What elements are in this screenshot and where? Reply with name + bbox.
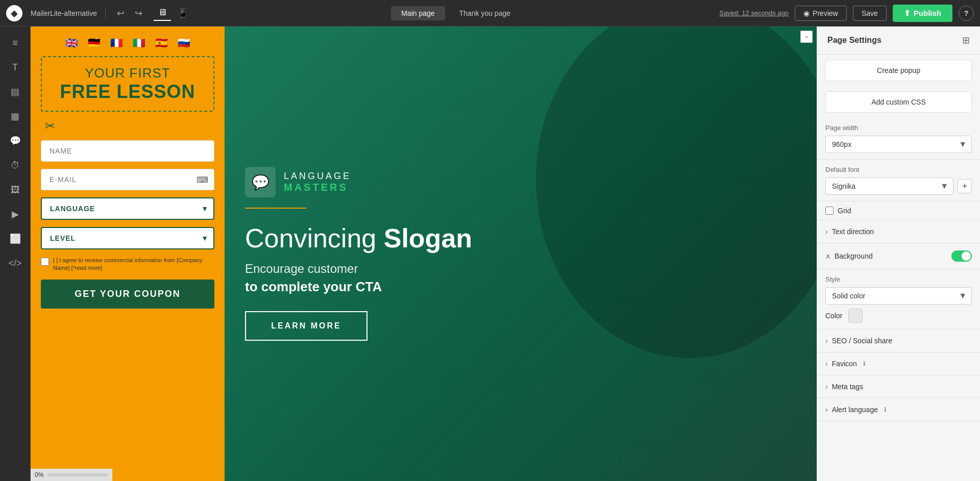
consent-text: [ ] I agree to receive commercial inform…: [53, 257, 214, 272]
default-font-section: Default font Signika ▼ +: [817, 160, 980, 201]
hero-logo-bottom: MASTERS: [284, 182, 351, 193]
progress-bar-container: 0%: [31, 469, 112, 481]
sidebar-image-icon[interactable]: 🖼: [5, 180, 26, 200]
topbar: ◆ MailerLite-alternative ↩ ↪ 🖥 📱 Main pa…: [0, 0, 980, 27]
sidebar-chat-icon[interactable]: 💬: [5, 131, 26, 151]
publish-icon: ⬆: [904, 9, 911, 18]
page-width-select-wrapper: 960px ▼: [825, 136, 972, 153]
meta-tags-row[interactable]: › Meta tags: [817, 375, 980, 398]
default-font-select[interactable]: Signika: [825, 178, 953, 195]
seo-social-row[interactable]: › SEO / Social share: [817, 330, 980, 352]
sidebar-rows-icon[interactable]: ▤: [5, 82, 26, 102]
alert-language-left: › Alert language ℹ: [825, 406, 887, 414]
seo-social-chevron-icon: ›: [825, 337, 828, 345]
site-name: MailerLite-alternative: [31, 9, 97, 17]
page-canvas: 🇬🇧 🇩🇪 🇫🇷 🇮🇹 🇪🇸 🇷🇺 YOUR FIRST FREE LESSON…: [31, 27, 817, 481]
email-input[interactable]: [41, 169, 214, 190]
learn-more-button[interactable]: LEARN MORE: [245, 311, 368, 341]
text-direction-label: Text direction: [832, 227, 874, 236]
background-toggle[interactable]: [951, 250, 972, 262]
add-custom-css-button[interactable]: Add custom CSS: [825, 91, 972, 113]
create-popup-button[interactable]: Create popup: [825, 60, 972, 81]
page-width-section: Page width 960px ▼: [817, 118, 980, 160]
text-direction-left: › Text direction: [825, 227, 874, 236]
sidebar-text-icon[interactable]: T: [5, 57, 26, 78]
favicon-label: Favicon: [832, 360, 857, 368]
meta-tags-left: › Meta tags: [825, 383, 863, 391]
canvas-content: 🇬🇧 🇩🇪 🇫🇷 🇮🇹 🇪🇸 🇷🇺 YOUR FIRST FREE LESSON…: [31, 27, 817, 481]
page-width-label: Page width: [825, 124, 972, 132]
redo-button[interactable]: ↪: [132, 6, 145, 21]
progress-bar: [47, 473, 108, 476]
help-button[interactable]: ?: [959, 6, 974, 21]
hero-slogan: Convincing Slogan: [245, 223, 796, 254]
background-left: ∧ Background: [825, 252, 873, 260]
sidebar-menu-icon[interactable]: ≡: [5, 33, 26, 53]
preview-button[interactable]: ◉ Preview: [795, 6, 847, 21]
hero-logo-top: LANGUAGE: [284, 171, 351, 182]
grid-checkbox-row: Grid: [825, 207, 851, 215]
undo-button[interactable]: ↩: [114, 6, 128, 21]
main-page-tab[interactable]: Main page: [391, 6, 445, 20]
collapse-panel-button[interactable]: −: [800, 31, 813, 43]
name-input-container: [41, 140, 214, 162]
meta-tags-chevron-icon: ›: [825, 383, 828, 391]
left-sidebar: ≡ T ▤ ▦ 💬 ⏱ 🖼 ▶ ⬜ </>: [0, 27, 31, 481]
topbar-actions: Saved: 12 seconds ago ◉ Preview Save ⬆ P…: [719, 5, 974, 22]
text-direction-row[interactable]: › Text direction: [817, 220, 980, 243]
email-input-container: ⌨: [41, 169, 214, 190]
favicon-row[interactable]: › Favicon ℹ: [817, 352, 980, 375]
canvas-area: 🇬🇧 🇩🇪 🇫🇷 🇮🇹 🇪🇸 🇷🇺 YOUR FIRST FREE LESSON…: [31, 27, 817, 481]
sidebar-video-icon[interactable]: ▶: [5, 204, 26, 224]
hero-cta-line: to complete your CTA: [245, 279, 796, 295]
language-select-container: LANGUAGE ▼: [41, 197, 214, 220]
email-icon: ⌨: [197, 175, 208, 185]
thank-you-page-tab[interactable]: Thank you page: [449, 6, 521, 20]
alert-language-row[interactable]: › Alert language ℹ: [817, 398, 980, 421]
mobile-view-button[interactable]: 📱: [173, 5, 192, 21]
flag-es: 🇪🇸: [152, 37, 170, 49]
publish-button[interactable]: ⬆ Publish: [893, 5, 952, 22]
save-button[interactable]: Save: [853, 6, 887, 21]
alert-language-info-icon: ℹ: [884, 406, 887, 413]
get-coupon-button[interactable]: GET YOUR COUPON: [41, 280, 214, 309]
seo-social-label: SEO / Social share: [832, 337, 892, 345]
consent-checkbox[interactable]: [41, 258, 49, 266]
consent-row: [ ] I agree to receive commercial inform…: [41, 257, 214, 272]
style-select-wrapper: Solid color ▼: [825, 287, 972, 305]
undo-redo-group: ↩ ↪: [114, 6, 145, 21]
desktop-view-button[interactable]: 🖥: [154, 5, 171, 21]
seo-social-left: › SEO / Social share: [825, 337, 892, 345]
page-width-select[interactable]: 960px: [825, 136, 972, 153]
scissors-icon: ✂: [41, 119, 55, 133]
page-tabs: Main page Thank you page: [201, 6, 711, 20]
style-select[interactable]: Solid color: [825, 287, 972, 305]
sidebar-frame-icon[interactable]: ⬜: [5, 229, 26, 249]
form-section: 🇬🇧 🇩🇪 🇫🇷 🇮🇹 🇪🇸 🇷🇺 YOUR FIRST FREE LESSON…: [31, 27, 225, 481]
favicon-chevron-icon: ›: [825, 360, 828, 368]
favicon-info-icon: ℹ: [863, 360, 866, 367]
name-input[interactable]: [41, 140, 214, 162]
level-select[interactable]: LEVEL: [41, 227, 214, 249]
main-layout: ≡ T ▤ ▦ 💬 ⏱ 🖼 ▶ ⬜ </> 🇬🇧 🇩🇪 🇫🇷 🇮🇹 🇪🇸: [0, 27, 980, 481]
meta-tags-label: Meta tags: [832, 383, 863, 391]
language-select[interactable]: LANGUAGE: [41, 197, 214, 220]
panel-grid-icon[interactable]: ⊞: [962, 35, 970, 46]
background-chevron-icon: ∧: [825, 252, 830, 260]
grid-checkbox[interactable]: [825, 207, 834, 215]
headline-box: YOUR FIRST FREE LESSON: [41, 56, 214, 112]
flag-ru: 🇷🇺: [175, 37, 193, 49]
font-select-wrapper: Signika ▼: [825, 178, 953, 195]
sidebar-timer-icon[interactable]: ⏱: [5, 155, 26, 175]
color-swatch[interactable]: [848, 309, 863, 323]
background-row[interactable]: ∧ Background: [817, 243, 980, 269]
add-font-button[interactable]: +: [958, 179, 972, 193]
flag-it: 🇮🇹: [130, 37, 148, 49]
right-panel: Page Settings ⊞ Create popup Add custom …: [817, 27, 980, 481]
progress-text: 0%: [35, 471, 43, 478]
level-select-container: LEVEL ▼: [41, 227, 214, 249]
saved-status[interactable]: Saved: 12 seconds ago: [719, 9, 789, 17]
sidebar-block-icon[interactable]: ▦: [5, 106, 26, 126]
background-label: Background: [835, 252, 873, 260]
sidebar-code-icon[interactable]: </>: [5, 253, 26, 273]
